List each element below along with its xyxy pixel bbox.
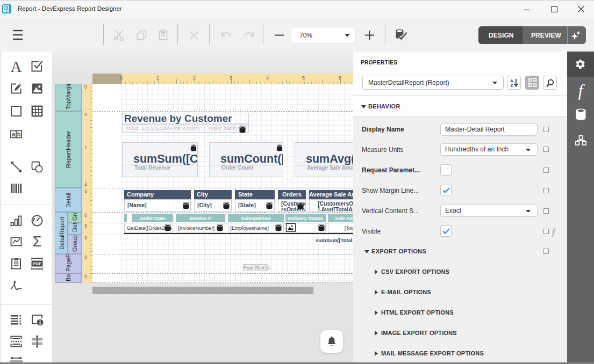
svg-text:a: a: [12, 131, 16, 137]
svg-text:Z: Z: [511, 83, 513, 88]
svg-text:A: A: [510, 78, 513, 83]
svg-text:PDF: PDF: [33, 261, 41, 266]
svg-text:b: b: [17, 131, 21, 137]
